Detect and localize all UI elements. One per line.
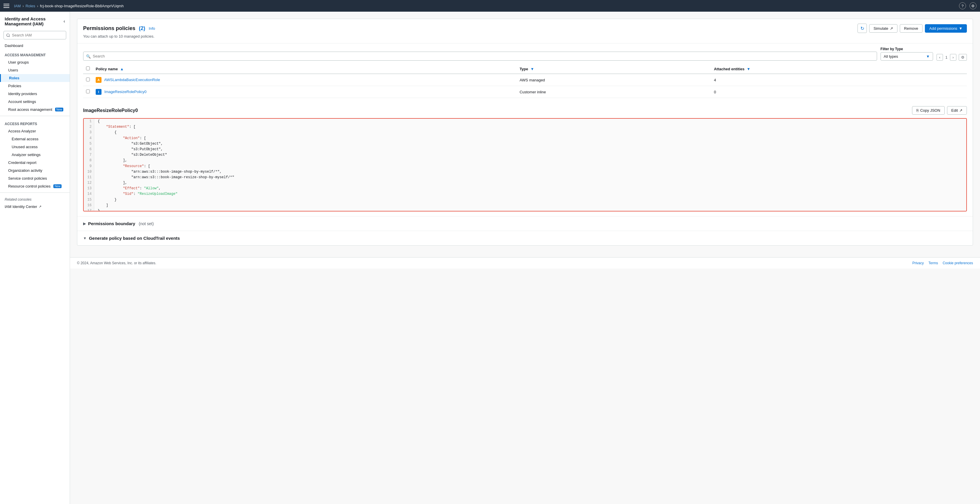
add-permissions-button[interactable]: Add permissions ▼	[925, 24, 967, 33]
code-line: 12 ],	[84, 180, 966, 186]
card-count: (2)	[139, 25, 145, 32]
type-select-arrow-icon: ▼	[926, 54, 930, 59]
sidebar-item-analyzer-settings[interactable]: Analyzer settings	[0, 151, 70, 159]
sidebar-item-identity-providers[interactable]: Identity providers	[0, 90, 70, 98]
generate-policy-title: Generate policy based on CloudTrail even…	[89, 236, 180, 241]
info-link[interactable]: Info	[149, 26, 155, 31]
sidebar-item-account-settings[interactable]: Account settings	[0, 98, 70, 106]
sidebar-item-credential-report[interactable]: Credential report	[0, 159, 70, 167]
copy-json-button[interactable]: ⎘ Copy JSON	[912, 106, 945, 114]
line-content: {	[94, 130, 120, 135]
line-content: ],	[94, 158, 130, 163]
root-access-badge: New	[55, 108, 63, 111]
line-number: 9	[84, 164, 94, 169]
sidebar-item-org-activity[interactable]: Organization activity	[0, 167, 70, 175]
policy-type-icon: A	[95, 77, 102, 83]
boundary-status: (not set)	[139, 221, 154, 226]
line-number: 12	[84, 180, 94, 186]
row-checkbox-1[interactable]	[86, 89, 90, 93]
policy-detail-actions: ⎘ Copy JSON Edit ↗	[912, 106, 967, 114]
line-number: 11	[84, 175, 94, 180]
line-content: "Statement": [	[94, 124, 139, 130]
sidebar-item-external-access[interactable]: External access	[0, 135, 70, 143]
footer-terms-link[interactable]: Terms	[928, 261, 938, 265]
permissions-policies-card: Permissions policies (2) Info ↻ Simulate…	[77, 19, 973, 246]
table-row: A AWSLambdaBasicExecutionRole AWS manage…	[83, 74, 967, 86]
policy-name-link[interactable]: AWSLambdaBasicExecutionRole	[104, 78, 160, 82]
sidebar-item-policies[interactable]: Policies	[0, 82, 70, 90]
sidebar-item-rcp[interactable]: Resource control policies New	[0, 182, 70, 190]
footer-cookie-link[interactable]: Cookie preferences	[943, 261, 973, 265]
code-line: 5 "s3:GetObject",	[84, 141, 966, 147]
type-filter-group: Filter by Type All types ▼	[881, 47, 933, 60]
dropdown-arrow-icon: ▼	[959, 26, 963, 31]
line-number: 17	[84, 208, 94, 211]
footer-links: Privacy Terms Cookie preferences	[912, 261, 973, 265]
line-content: }	[94, 197, 120, 203]
line-number: 2	[84, 124, 94, 130]
generate-policy-section[interactable]: ▼ Generate policy based on CloudTrail ev…	[77, 231, 973, 245]
code-line: 3 {	[84, 130, 966, 135]
settings-icon[interactable]: ⚙	[969, 2, 977, 10]
search-iam-input[interactable]	[3, 31, 66, 40]
table-settings-icon[interactable]: ⚙	[959, 54, 967, 60]
policy-name-cell: I ImageResizeRolePolicy0	[93, 86, 517, 98]
sidebar-item-users[interactable]: Users	[0, 66, 70, 74]
attached-sort-icon[interactable]: ▼	[747, 67, 751, 71]
sidebar-item-root-access[interactable]: Root access management New	[0, 106, 70, 113]
policy-entities-cell: 0	[711, 86, 967, 98]
sidebar-item-roles[interactable]: Roles	[0, 74, 70, 82]
sidebar-item-iam-identity-center[interactable]: IAM Identity Center ↗	[0, 203, 70, 211]
select-all-checkbox[interactable]	[86, 67, 90, 70]
sidebar-item-access-analyzer[interactable]: Access Analyzer	[0, 127, 70, 135]
help-icon[interactable]: ?	[959, 2, 966, 10]
sidebar-item-user-groups[interactable]: User groups	[0, 58, 70, 66]
refresh-button[interactable]: ↻	[858, 24, 867, 33]
sidebar-divider	[0, 116, 70, 116]
line-number: 10	[84, 169, 94, 175]
line-number: 8	[84, 158, 94, 163]
remove-button[interactable]: Remove	[900, 24, 923, 33]
edit-button[interactable]: Edit ↗	[947, 106, 967, 114]
line-number: 1	[84, 119, 94, 124]
code-line: 8 ],	[84, 158, 966, 163]
edit-external-icon: ↗	[959, 108, 963, 113]
code-line: 11 "arn:aws:s3:::book-image-resize-shop-…	[84, 175, 966, 180]
type-sort-icon[interactable]: ▼	[530, 67, 534, 71]
type-select[interactable]: All types ▼	[881, 52, 933, 60]
breadcrumb-roles[interactable]: Roles	[25, 4, 35, 8]
sidebar-item-dashboard[interactable]: Dashboard	[0, 42, 70, 49]
policy-name-link[interactable]: ImageResizeRolePolicy0	[104, 89, 147, 94]
prev-page-button[interactable]: ‹	[937, 54, 943, 60]
sidebar-related-label: Related consoles	[0, 195, 70, 203]
search-filter-group: 🔍	[83, 52, 877, 60]
next-page-button[interactable]: ›	[950, 54, 956, 60]
policy-name-sort-icon[interactable]: ▲	[120, 67, 124, 71]
breadcrumb-iam[interactable]: IAM	[14, 4, 21, 8]
menu-hamburger-icon[interactable]	[3, 2, 12, 10]
footer-privacy-link[interactable]: Privacy	[912, 261, 924, 265]
search-input[interactable]	[83, 52, 877, 60]
line-number: 13	[84, 186, 94, 191]
policy-name-header: Policy name ▲	[93, 64, 517, 74]
filter-label: Filter by Type	[881, 47, 933, 51]
row-checkbox-0[interactable]	[86, 78, 90, 81]
line-number: 16	[84, 203, 94, 208]
main-layout: Identity and Access Management (IAM) ‹ D…	[0, 12, 980, 504]
line-number: 15	[84, 197, 94, 203]
code-line: 13 "Effect": "Allow",	[84, 186, 966, 191]
line-number: 3	[84, 130, 94, 135]
simulate-button[interactable]: Simulate ↗	[869, 24, 897, 33]
policies-table-wrap: Policy name ▲ Type ▼ Attached entities ▼	[77, 64, 973, 102]
permissions-boundary-section[interactable]: ▶ Permissions boundary (not set)	[77, 216, 973, 231]
sidebar-collapse-icon[interactable]: ‹	[64, 19, 65, 24]
row-checkbox-col	[83, 86, 93, 98]
row-checkbox-col	[83, 74, 93, 86]
sidebar-item-unused-access[interactable]: Unused access	[0, 143, 70, 151]
sidebar-item-scp[interactable]: Service control policies	[0, 175, 70, 182]
line-content: "Action": [	[94, 136, 150, 141]
line-content: ],	[94, 180, 130, 186]
line-number: 7	[84, 152, 94, 158]
breadcrumb-current: fcj-book-shop-ImageResizeRole-Bb8AmprVUq…	[40, 4, 124, 8]
line-number: 6	[84, 147, 94, 152]
